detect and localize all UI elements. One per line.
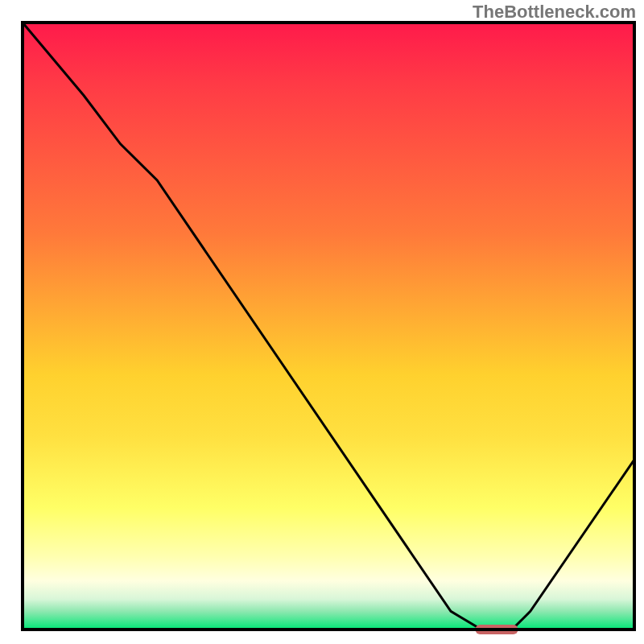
chart-container: TheBottleneck.com [0,0,644,644]
plot-background [23,23,634,630]
chart-svg [0,0,644,644]
